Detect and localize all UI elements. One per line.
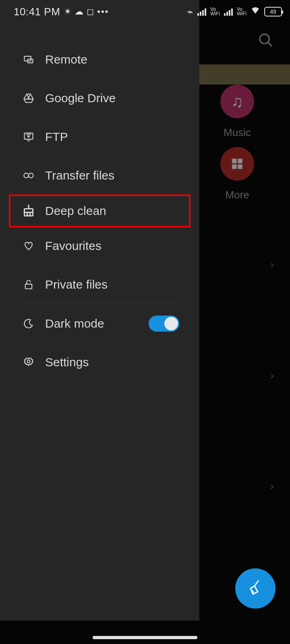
broom-icon [246,578,265,599]
chevron-right-icon: › [270,369,274,382]
cloud-icon: ☁ [75,6,83,17]
status-bar: 10:41 PM ✴ ☁ ◻ ••• ⌁ VoWiFi VoWiFi 49 [0,0,290,23]
broom-icon [20,202,37,219]
svg-rect-23 [25,284,32,289]
svg-point-0 [260,34,269,43]
drawer-item-label: Favourites [45,239,199,253]
drawer-item-label: Settings [45,355,199,369]
remote-icon [20,54,37,65]
battery-level: 49 [270,8,276,15]
drawer-item-remote[interactable]: Remote [0,40,199,79]
more-icon [220,147,254,181]
drawer-item-label: Private files [45,278,199,291]
svg-rect-5 [238,164,242,169]
svg-point-17 [29,173,33,178]
tile-label: Music [224,126,251,139]
drawer-item-label: FTP [45,130,199,144]
lock-icon [20,279,37,290]
vowifi-label: VoWiFi [210,7,220,16]
chevron-right-icon: › [270,480,274,493]
category-tile-more[interactable]: More [207,147,267,201]
drawer-item-google-drive[interactable]: Google Drive [0,79,199,118]
music-icon: ♫ [220,85,254,118]
drawer-item-dark-mode[interactable]: Dark mode [0,304,199,343]
svg-line-1 [268,42,272,46]
more-dots-icon: ••• [97,6,109,17]
heart-icon [20,240,37,252]
instagram-icon: ◻ [87,6,94,17]
transfer-icon [20,170,37,181]
svg-point-24 [27,360,30,363]
dark-mode-toggle[interactable] [149,316,179,332]
svg-point-14 [28,136,29,137]
search-icon[interactable] [258,32,274,50]
tile-label: More [225,189,249,201]
drawer-item-label: Transfer files [45,169,199,182]
google-drive-icon [20,93,37,104]
svg-rect-4 [232,164,236,169]
navigation-drawer: Remote Google Drive FTP Transfer files D… [0,0,199,621]
bluetooth-icon: ⌁ [187,6,193,18]
drawer-item-transfer-files[interactable]: Transfer files [0,156,199,195]
category-tile-music[interactable]: ♫ Music [207,85,267,139]
clean-fab[interactable] [235,568,276,609]
gear-icon [20,357,37,368]
signal-icon [197,8,206,16]
drawer-item-label: Remote [45,53,199,66]
slack-icon: ✴ [64,6,71,17]
drawer-item-favourites[interactable]: Favourites [0,227,199,265]
drawer-item-deep-clean[interactable]: Deep clean [9,194,191,227]
wifi-icon [251,6,260,18]
svg-rect-2 [232,159,236,163]
svg-rect-3 [238,159,242,163]
chevron-right-icon: › [270,258,274,271]
drawer-item-ftp[interactable]: FTP [0,118,199,156]
drawer-item-label: Google Drive [45,91,199,105]
drawer-item-private-files[interactable]: Private files [0,265,199,304]
drawer-item-settings[interactable]: Settings [0,343,199,382]
clock: 10:41 PM [14,6,60,18]
svg-point-16 [24,173,29,178]
battery-indicator: 49 [264,7,282,17]
drawer-item-label: Dark mode [45,317,149,330]
vowifi-label: VoWiFi [237,7,246,16]
home-indicator[interactable] [93,636,197,639]
moon-icon [20,318,37,329]
notification-icons: ✴ ☁ ◻ ••• [64,6,109,17]
toggle-knob [164,317,178,330]
ftp-icon [20,131,37,142]
svg-line-6 [255,580,259,586]
signal-icon [224,8,233,16]
drawer-item-label: Deep clean [45,204,106,218]
